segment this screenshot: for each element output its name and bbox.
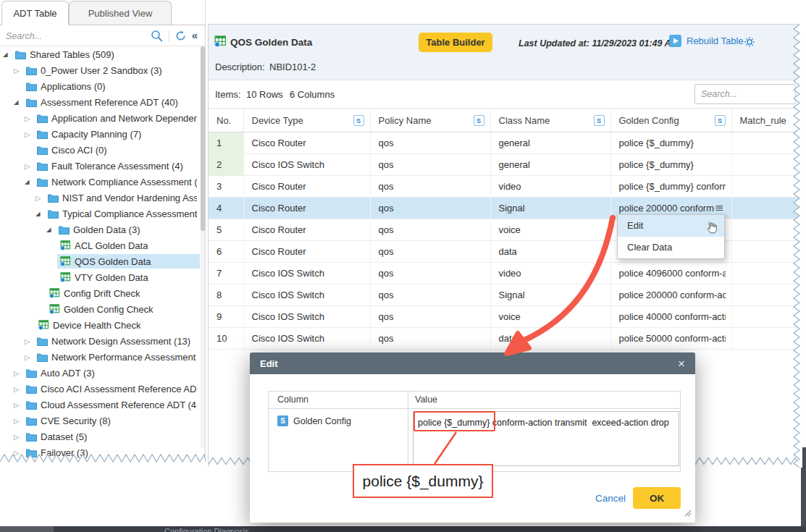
cell-class-name: data: [490, 328, 610, 350]
table-row[interactable]: 10Cisco IOS Switchqosdatapolice 50000 co…: [209, 328, 799, 350]
column-header[interactable]: Match_rule: [731, 109, 799, 132]
column-header[interactable]: Class NameS: [490, 109, 610, 132]
column-header[interactable]: Golden ConfigS: [610, 109, 731, 132]
refresh-icon[interactable]: [175, 30, 186, 41]
collapsed-arrow-icon[interactable]: ▷: [25, 353, 34, 361]
expanded-arrow-icon[interactable]: ◢: [25, 178, 34, 185]
table-row[interactable]: 1Cisco Routerqosgeneralpolice {$_dummy}: [209, 132, 799, 154]
collapsed-arrow-icon[interactable]: ▷: [25, 114, 34, 122]
tree-item[interactable]: Config Drift Check: [0, 285, 200, 301]
cell-device-type: Cisco Router: [243, 132, 370, 154]
tree-item[interactable]: ▷Fault Tolerance Assessment (4): [0, 158, 200, 174]
folder-icon: [48, 193, 59, 203]
tree-item-label: VTY Golden Data: [75, 272, 148, 283]
tree-item[interactable]: ▷Cisco ACI Assessment Reference ADT (23): [0, 381, 200, 397]
tab-adt-table[interactable]: ADT Table: [1, 1, 69, 25]
expanded-arrow-icon[interactable]: ◢: [46, 226, 56, 233]
menu-item-edit[interactable]: Edit: [618, 215, 724, 237]
collapsed-arrow-icon[interactable]: ▷: [14, 369, 23, 377]
table-row[interactable]: 9Cisco IOS Switchqosvoicepolice 40000 co…: [209, 306, 799, 328]
tree-item[interactable]: ◢Network Compliance Assessment (8): [0, 174, 200, 190]
sidebar-tabbar: ADT Table Published View: [0, 0, 205, 25]
table-row[interactable]: 2Cisco IOS Switchqosgeneralpolice {$_dum…: [209, 154, 799, 176]
cell-context-menu: Edit Clear Data: [617, 214, 725, 259]
column-header[interactable]: Policy NameS: [370, 109, 490, 132]
value-textarea[interactable]: police {$_dummy} conform-action transmit…: [413, 411, 679, 466]
tab-published-view[interactable]: Published View: [69, 1, 172, 25]
cell-class-name: general: [490, 154, 610, 176]
collapsed-arrow-icon[interactable]: ▷: [14, 385, 23, 393]
column-header[interactable]: No.: [209, 109, 243, 132]
cell-golden-config: police 200000 conform-acti...: [610, 284, 731, 306]
close-icon[interactable]: ×: [678, 358, 685, 370]
table-builder-button[interactable]: Table Builder: [419, 33, 492, 52]
expanded-arrow-icon[interactable]: ◢: [35, 210, 45, 217]
tree-item[interactable]: ▷Cloud Assessment Reference ADT (41): [0, 397, 200, 413]
tree-item-label: NIST and Vendor Hardening Asses...: [62, 193, 197, 203]
string-type-icon: S: [474, 115, 484, 126]
tree-item[interactable]: ▷Network Design Assessment (13): [0, 333, 200, 349]
tree-item[interactable]: ▷CVE Security (8): [0, 413, 200, 428]
resize-grip[interactable]: [684, 507, 692, 520]
row-menu-icon[interactable]: ≡: [715, 203, 724, 214]
table-row[interactable]: 8Cisco IOS SwitchqosSignalpolice 200000 …: [209, 284, 799, 306]
tree-item[interactable]: Applications (0): [0, 78, 200, 94]
collapsed-arrow-icon[interactable]: ▷: [14, 401, 23, 409]
tree-item-label: Auto ADT (3): [41, 368, 95, 379]
tree-item[interactable]: ▷Network Performance Assessment (7): [0, 349, 200, 365]
cell-no: 6: [209, 241, 243, 263]
tree-item[interactable]: ▷Dataset (5): [0, 428, 200, 444]
tree-item[interactable]: ▷NIST and Vendor Hardening Asses...: [0, 190, 200, 206]
expanded-arrow-icon[interactable]: ◢: [14, 98, 23, 106]
menu-item-clear-data[interactable]: Clear Data: [618, 237, 724, 258]
cancel-button[interactable]: Cancel: [595, 493, 626, 504]
tree-item[interactable]: ▷Capacity Planning (7): [0, 126, 200, 142]
collapse-panel-icon[interactable]: «: [192, 29, 198, 41]
tree-item[interactable]: VTY Golden Data: [0, 269, 200, 285]
tree-item[interactable]: ◢Typical Compliance Assessment (5): [0, 206, 200, 221]
gear-icon[interactable]: [744, 36, 755, 51]
tree-item[interactable]: ◢Golden Data (3): [0, 221, 200, 237]
collapsed-arrow-icon[interactable]: ▷: [25, 162, 34, 170]
tree-item[interactable]: ◢Assessment Reference ADT (40): [0, 94, 200, 110]
torn-edge-right-main: [792, 25, 802, 468]
collapsed-arrow-icon[interactable]: ▷: [14, 433, 23, 441]
tree-item[interactable]: Golden Config Check: [0, 301, 200, 317]
tree-item[interactable]: ◢Shared Tables (509): [0, 46, 200, 62]
ok-button[interactable]: OK: [633, 487, 681, 509]
cell-golden-config: police {$_dummy}: [610, 154, 731, 176]
tree-item[interactable]: ▷Application and Network Dependenc...: [0, 110, 200, 126]
cell-match-rule: [731, 328, 799, 350]
torn-edge-bottom-sidebar: [0, 453, 206, 468]
cell-policy-name: qos: [370, 328, 490, 350]
rebuild-table-label: Rebuild Table: [687, 35, 744, 46]
tree-item[interactable]: ▷0_Power User 2 Sandbox (3): [0, 62, 200, 78]
rebuild-table-button[interactable]: Rebuild Table: [669, 35, 744, 47]
collapsed-arrow-icon[interactable]: ▷: [25, 130, 34, 138]
collapsed-arrow-icon[interactable]: ▷: [25, 337, 34, 345]
tree-item[interactable]: QOS Golden Data: [0, 253, 200, 269]
collapsed-arrow-icon[interactable]: ▷: [14, 67, 23, 75]
search-icon[interactable]: [151, 30, 163, 42]
dialog-titlebar[interactable]: Edit ×: [250, 352, 695, 374]
collapsed-arrow-icon[interactable]: ▷: [35, 194, 45, 202]
table-search-input[interactable]: [694, 84, 796, 104]
cell-class-name: Signal: [490, 284, 610, 306]
cell-policy-name: qos: [370, 306, 490, 328]
expanded-arrow-icon[interactable]: ◢: [3, 51, 12, 58]
table-row[interactable]: 7Cisco IOS Switchqosvideopolice 4096000 …: [209, 263, 799, 284]
folder-icon: [26, 384, 37, 394]
folder-icon: [26, 368, 37, 378]
tree-item[interactable]: ACL Golden Data: [0, 237, 200, 253]
column-header[interactable]: Device TypeS: [243, 109, 370, 132]
table-row[interactable]: 3Cisco Routerqosvideopolice {$_dummy} co…: [209, 176, 799, 198]
collapsed-arrow-icon[interactable]: ▷: [14, 417, 23, 425]
cell-policy-name: qos: [370, 263, 490, 284]
sidebar-search-input[interactable]: [0, 30, 148, 42]
tree-item[interactable]: Device Health Check: [0, 317, 200, 333]
cell-match-rule: [731, 176, 799, 198]
tree-item[interactable]: ▷Auto ADT (3): [0, 365, 200, 381]
folder-icon: [59, 225, 70, 235]
tree-item[interactable]: Cisco ACI (0): [0, 142, 200, 158]
dialog-title: Edit: [260, 358, 278, 369]
